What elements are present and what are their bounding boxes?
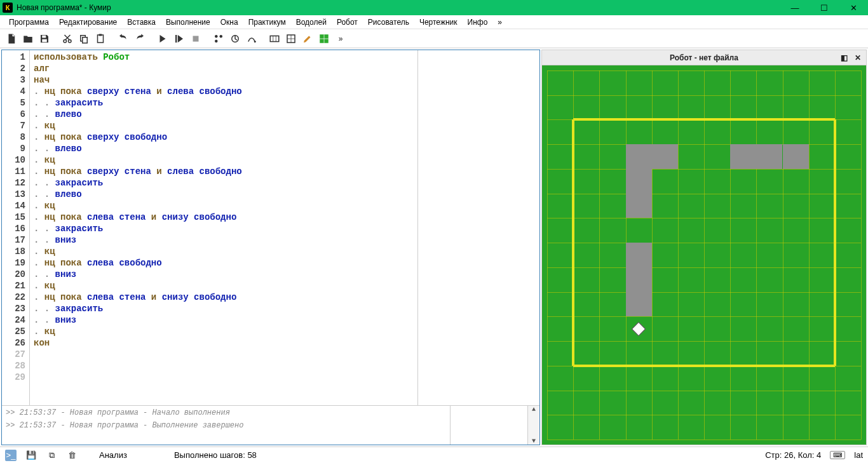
sb-cursor: Стр: 26, Кол: 4 — [765, 450, 821, 460]
toolbar-more-icon[interactable]: » — [333, 31, 348, 46]
toolbar: » — [0, 29, 868, 48]
svg-rect-9 — [193, 36, 199, 41]
svg-rect-15 — [270, 36, 279, 41]
robot-dock-icon[interactable]: ◧ — [838, 52, 850, 64]
svg-rect-1 — [42, 39, 47, 42]
sb-trash-icon[interactable]: 🗑 — [66, 450, 78, 461]
menu-item-0[interactable]: Программа — [4, 17, 54, 28]
paste-icon[interactable] — [93, 31, 108, 46]
grid-icon[interactable] — [283, 31, 299, 46]
sb-copy-icon[interactable]: ⧉ — [46, 450, 57, 461]
titlebar: К Новая программа* - Кумир — ☐ ✕ — [0, 0, 868, 15]
svg-point-3 — [69, 39, 72, 43]
scroll-up-icon[interactable]: ▲ — [532, 406, 536, 413]
menu-item-2[interactable]: Вставка — [122, 17, 161, 28]
svg-rect-8 — [175, 35, 177, 43]
svg-point-11 — [220, 35, 223, 38]
menu-item-6[interactable]: Водолей — [291, 17, 332, 28]
sb-lang[interactable]: lat — [854, 450, 863, 460]
app-icon: К — [3, 3, 13, 13]
sb-analysis[interactable]: Анализ — [99, 450, 127, 460]
statusbar: >_ 💾 ⧉ 🗑 Анализ Выполнено шагов: 58 Стр:… — [0, 446, 868, 463]
sb-save-icon[interactable]: 💾 — [25, 450, 37, 461]
painted-cell — [626, 144, 652, 169]
close-button[interactable]: ✕ — [839, 0, 868, 15]
code-editor[interactable]: использовать Роботалгнач. нц пока сверху… — [30, 50, 417, 405]
menu-item-9[interactable]: Чертежник — [414, 17, 463, 28]
robot-field-icon[interactable] — [316, 31, 332, 46]
robot-marker[interactable] — [632, 321, 646, 336]
tool1-icon[interactable] — [211, 31, 226, 46]
scroll-down-icon[interactable]: ▼ — [532, 438, 536, 445]
counter-icon[interactable] — [267, 31, 282, 46]
console-scrollbar[interactable]: ▲ ▼ — [528, 406, 539, 445]
svg-rect-6 — [98, 35, 104, 43]
svg-rect-5 — [83, 37, 88, 43]
painted-cell — [730, 144, 756, 169]
svg-rect-7 — [99, 34, 102, 36]
menu-item-7[interactable]: Робот — [332, 17, 363, 28]
main-content: 1234567891011121314151617181920212223242… — [0, 48, 868, 446]
stop-icon[interactable] — [188, 31, 203, 46]
window-title: Новая программа* - Кумир — [17, 3, 780, 12]
menu-item-5[interactable]: Практикум — [243, 17, 291, 28]
minimize-button[interactable]: — — [780, 0, 810, 15]
painted-cell — [756, 144, 782, 169]
tool3-icon[interactable] — [244, 31, 259, 46]
menu-item-4[interactable]: Окна — [215, 17, 243, 28]
brush-icon[interactable] — [300, 31, 315, 46]
console-line: >> 21:53:37 - Новая программа - Выполнен… — [6, 421, 446, 430]
painted-cell — [652, 144, 678, 169]
robot-header: Робот - нет файла ◧ ✕ — [541, 50, 867, 65]
robot-panel: Робот - нет файла ◧ ✕ — [541, 50, 867, 445]
svg-point-14 — [254, 41, 256, 43]
step-icon[interactable] — [172, 31, 187, 46]
painted-cell — [626, 194, 652, 218]
line-gutter: 1234567891011121314151617181920212223242… — [2, 50, 30, 405]
maximize-button[interactable]: ☐ — [810, 0, 839, 15]
robot-close-icon[interactable]: ✕ — [852, 52, 864, 64]
undo-icon[interactable] — [116, 31, 131, 46]
painted-cell — [626, 243, 652, 267]
copy-icon[interactable] — [76, 31, 92, 46]
svg-point-10 — [215, 35, 218, 38]
menu-item-1[interactable]: Редактирование — [54, 17, 122, 28]
new-file-icon[interactable] — [4, 31, 19, 46]
tool2-icon[interactable] — [227, 31, 243, 46]
sb-keyboard-icon[interactable]: ⌨ — [830, 451, 845, 459]
painted-cell — [626, 292, 652, 317]
menu-item-11[interactable]: » — [492, 17, 507, 28]
menubar: ПрограммаРедактированиеВставкаВыполнение… — [0, 15, 868, 29]
painted-cell — [626, 169, 652, 194]
menu-item-10[interactable]: Инфо — [463, 17, 493, 28]
robot-title: Робот - нет файла — [670, 53, 738, 62]
open-file-icon[interactable] — [20, 31, 36, 46]
save-file-icon[interactable] — [37, 31, 52, 46]
sb-steps: Выполнено шагов: 58 — [174, 450, 257, 460]
robot-field[interactable] — [541, 65, 867, 445]
editor-panel: 1234567891011121314151617181920212223242… — [1, 50, 540, 445]
menu-item-3[interactable]: Выполнение — [161, 17, 215, 28]
svg-point-12 — [215, 39, 218, 43]
editor-margin — [417, 50, 539, 405]
cut-icon[interactable] — [60, 31, 75, 46]
console-side — [451, 406, 528, 445]
console-log[interactable]: >> 21:53:37 - Новая программа - Начало в… — [2, 406, 451, 445]
painted-cell — [626, 267, 652, 292]
console-panel: >> 21:53:37 - Новая программа - Начало в… — [2, 405, 539, 445]
painted-cell — [783, 144, 809, 169]
console-line: >> 21:53:37 - Новая программа - Начало в… — [6, 408, 446, 417]
svg-point-2 — [64, 39, 67, 43]
run-icon[interactable] — [155, 31, 170, 46]
menu-item-8[interactable]: Рисователь — [363, 17, 414, 28]
sb-console-icon[interactable]: >_ — [5, 450, 17, 461]
redo-icon[interactable] — [132, 31, 147, 46]
svg-rect-0 — [42, 35, 46, 37]
